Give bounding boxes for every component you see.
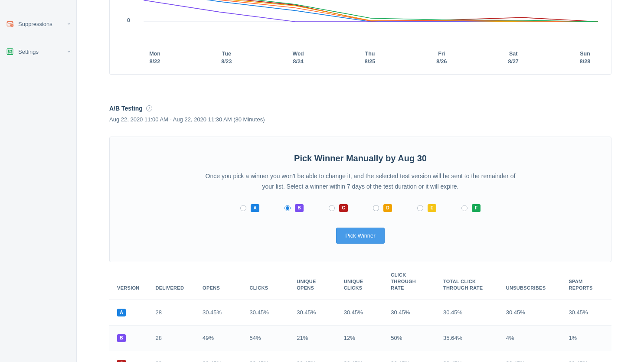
winner-radio-row: ABCDEF	[123, 204, 598, 212]
table-header: TOTAL CLICKTHROUGH RATE	[439, 262, 502, 300]
settings-icon	[6, 48, 14, 55]
winner-description: Once you pick a winner you won't be able…	[204, 171, 517, 192]
chevron-down-icon	[67, 21, 71, 27]
chevron-down-icon	[67, 49, 71, 55]
info-icon[interactable]: i	[146, 105, 152, 111]
table-cell: 28	[151, 351, 198, 362]
table-cell: 30.45%	[386, 351, 439, 362]
table-header: CLICKS	[245, 262, 293, 300]
winner-option-c[interactable]: C	[329, 204, 348, 212]
svg-point-4	[10, 52, 10, 52]
sidebar-item-label: Settings	[18, 49, 39, 55]
table-cell-version: A	[109, 300, 151, 325]
table-header: UNIQUEOPENS	[292, 262, 340, 300]
chart-x-label: Thu8/25	[357, 50, 383, 65]
table-row: A2830.45%30.45%30.45%30.45%30.45%30.45%3…	[109, 300, 611, 325]
table-cell: 49%	[198, 325, 245, 351]
radio-input[interactable]	[417, 205, 423, 211]
version-badge: F	[472, 204, 481, 212]
svg-point-3	[8, 50, 9, 51]
ab-results-table: VERSIONDELIVEREDOPENSCLICKSUNIQUEOPENSUN…	[109, 262, 611, 362]
sidebar: Suppressions Settings	[0, 0, 77, 362]
svg-point-5	[11, 50, 12, 51]
table-cell: 30.45%	[439, 351, 502, 362]
version-badge: B	[295, 204, 304, 212]
winner-panel: Pick Winner Manually by Aug 30 Once you …	[109, 137, 611, 262]
table-cell: 30.45%	[245, 300, 293, 325]
sidebar-item-label: Suppressions	[18, 21, 52, 27]
winner-option-f[interactable]: F	[461, 204, 481, 212]
chart-x-label: Fri8/26	[428, 50, 454, 65]
table-cell: 1%	[564, 325, 611, 351]
table-cell: 30.45%	[340, 351, 387, 362]
table-cell: 30.45%	[340, 300, 387, 325]
winner-option-e[interactable]: E	[417, 204, 436, 212]
table-header: VERSION	[109, 262, 151, 300]
version-badge: E	[428, 204, 436, 212]
suppressions-icon	[6, 20, 14, 28]
radio-input[interactable]	[284, 205, 291, 211]
winner-option-b[interactable]: B	[284, 204, 304, 212]
table-cell: 30.45%	[386, 300, 439, 325]
chart-container: 0 Mon8/22Tue8/23Wed8/24Thu8/25Fri8/26Sat…	[109, 0, 611, 75]
table-cell-version: C	[109, 351, 151, 362]
table-cell: 30.45%	[292, 351, 340, 362]
table-cell: 30.45%	[502, 300, 565, 325]
version-badge: B	[117, 334, 126, 342]
table-header: UNSUBSCRIBES	[502, 262, 565, 300]
table-cell: 30.45%	[245, 351, 293, 362]
table-cell: 12%	[340, 325, 387, 351]
sidebar-item-settings[interactable]: Settings	[0, 42, 76, 62]
radio-input[interactable]	[373, 205, 379, 211]
table-header: OPENS	[198, 262, 245, 300]
pick-winner-button[interactable]: Pick Winner	[336, 228, 384, 244]
chart-x-label: Sat8/27	[500, 50, 526, 65]
radio-input[interactable]	[240, 205, 246, 211]
table-header: SPAMREPORTS	[564, 262, 611, 300]
section-subtitle: Aug 22, 2020 11:00 AM - Aug 22, 2020 11:…	[109, 116, 611, 123]
line-chart	[123, 0, 598, 48]
table-cell: 35.64%	[439, 325, 502, 351]
sidebar-item-suppressions[interactable]: Suppressions	[0, 14, 76, 34]
table-cell: 30.45%	[198, 351, 245, 362]
chart-x-label: Mon8/22	[142, 50, 168, 65]
chart-x-label: Sun8/28	[572, 50, 598, 65]
chart-x-axis: Mon8/22Tue8/23Wed8/24Thu8/25Fri8/26Sat8/…	[123, 50, 598, 65]
table-cell: 28	[151, 300, 198, 325]
version-badge: A	[251, 204, 259, 212]
ab-testing-header: A/B Testing i Aug 22, 2020 11:00 AM - Au…	[109, 105, 611, 123]
table-row: C2830.45%30.45%30.45%30.45%30.45%30.45%3…	[109, 351, 611, 362]
winner-title: Pick Winner Manually by Aug 30	[123, 153, 598, 163]
radio-input[interactable]	[461, 205, 467, 211]
table-cell: 50%	[386, 325, 439, 351]
table-body: A2830.45%30.45%30.45%30.45%30.45%30.45%3…	[109, 300, 611, 362]
winner-option-a[interactable]: A	[240, 204, 259, 212]
radio-input[interactable]	[329, 205, 335, 211]
chart-x-label: Tue8/23	[213, 50, 239, 65]
version-badge: A	[117, 309, 126, 316]
table-cell: 30.45%	[292, 300, 340, 325]
table-cell: 30.45%	[564, 351, 611, 362]
chart-x-label: Wed8/24	[285, 50, 311, 65]
version-badge: C	[339, 204, 348, 212]
version-badge: D	[383, 204, 392, 212]
table-header: CLICKTHROUGHRATE	[386, 262, 439, 300]
table-cell: 30.45%	[502, 351, 565, 362]
table-cell: 4%	[502, 325, 565, 351]
table-header: UNIQUECLICKS	[340, 262, 387, 300]
table-header-row: VERSIONDELIVEREDOPENSCLICKSUNIQUEOPENSUN…	[109, 262, 611, 300]
winner-option-d[interactable]: D	[373, 204, 392, 212]
table-cell: 30.45%	[198, 300, 245, 325]
table-cell: 30.45%	[564, 300, 611, 325]
chart-y-tick: 0	[127, 17, 130, 23]
table-cell: 28	[151, 325, 198, 351]
table-row: B2849%54%21%12%50%35.64%4%1%	[109, 325, 611, 351]
table-cell: 21%	[292, 325, 340, 351]
table-cell: 30.45%	[439, 300, 502, 325]
version-badge: C	[117, 360, 126, 362]
table-cell-version: B	[109, 325, 151, 351]
table-header: DELIVERED	[151, 262, 198, 300]
section-title: A/B Testing	[109, 105, 143, 112]
table-cell: 54%	[245, 325, 293, 351]
